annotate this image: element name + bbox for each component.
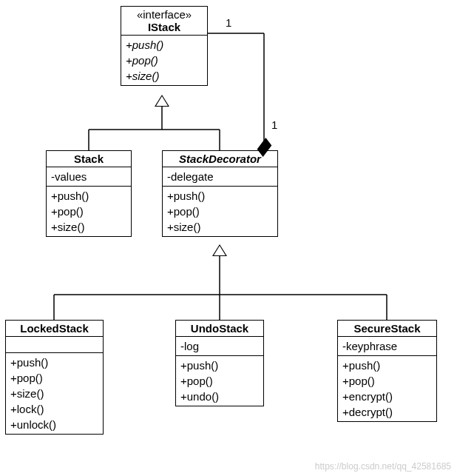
class-name: IStack xyxy=(126,21,203,33)
class-securestack: SecureStack -keyphrase +push() +pop() +e… xyxy=(337,320,437,422)
operations: +push() +pop() +undo() xyxy=(176,356,263,406)
class-lockedstack: LockedStack +push() +pop() +size() +lock… xyxy=(5,320,104,435)
class-istack: «interface» IStack +push() +pop() +size(… xyxy=(121,6,208,86)
attributes xyxy=(6,337,103,353)
attributes: -values xyxy=(47,167,131,187)
class-title: «interface» IStack xyxy=(121,7,207,36)
class-name: LockedStack xyxy=(10,322,98,335)
class-name: Stack xyxy=(51,152,126,165)
multiplicity-top: 1 xyxy=(226,16,231,29)
operations: +push() +pop() +size() +lock() +unlock() xyxy=(6,353,103,434)
stereotype: «interface» xyxy=(126,8,203,21)
generalization-arrowhead-icon xyxy=(212,244,227,256)
class-stackdecorator: StackDecorator -delegate +push() +pop() … xyxy=(162,150,278,237)
operations: +push() +pop() +encrypt() +decrypt() xyxy=(338,356,436,421)
watermark: https://blog.csdn.net/qq_42581685 xyxy=(315,461,451,472)
generalization-arrowhead-icon xyxy=(155,95,169,107)
operations: +push() +pop() +size() xyxy=(121,36,207,85)
class-title: Stack xyxy=(47,151,131,167)
multiplicity-bottom: 1 xyxy=(271,118,277,131)
class-name: StackDecorator xyxy=(167,152,273,165)
attributes: -delegate xyxy=(163,167,277,187)
class-title: LockedStack xyxy=(6,321,103,337)
class-stack: Stack -values +push() +pop() +size() xyxy=(46,150,132,237)
attributes: -keyphrase xyxy=(338,337,436,356)
operations: +push() +pop() +size() xyxy=(47,187,131,236)
class-name: UndoStack xyxy=(180,322,259,335)
attributes: -log xyxy=(176,337,263,356)
class-title: SecureStack xyxy=(338,321,436,337)
class-undostack: UndoStack -log +push() +pop() +undo() xyxy=(175,320,264,406)
class-name: SecureStack xyxy=(342,322,432,335)
operations: +push() +pop() +size() xyxy=(163,187,277,236)
class-title: UndoStack xyxy=(176,321,263,337)
